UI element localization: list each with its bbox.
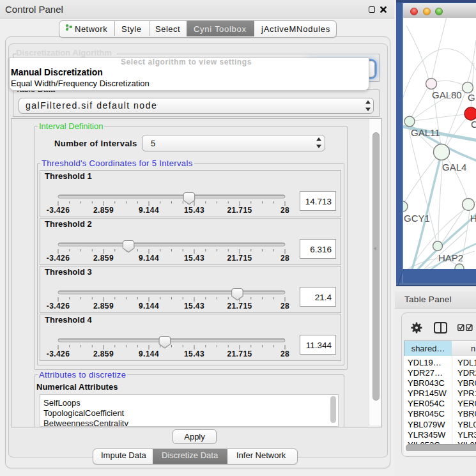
svg-text:15.43: 15.43 bbox=[184, 206, 204, 215]
svg-text:21.715: 21.715 bbox=[227, 206, 252, 215]
svg-text:28: 28 bbox=[280, 206, 289, 215]
svg-text:21.715: 21.715 bbox=[227, 349, 252, 358]
svg-text:2.859: 2.859 bbox=[93, 206, 114, 215]
svg-text:2.859: 2.859 bbox=[93, 349, 114, 358]
svg-text:9.144: 9.144 bbox=[139, 206, 159, 215]
svg-text:-3.426: -3.426 bbox=[47, 254, 70, 263]
svg-text:-3.426: -3.426 bbox=[47, 349, 70, 358]
svg-text:15.43: 15.43 bbox=[184, 349, 204, 358]
svg-text:9.144: 9.144 bbox=[139, 302, 159, 311]
svg-text:-3.426: -3.426 bbox=[47, 302, 70, 311]
svg-text:15.43: 15.43 bbox=[184, 302, 204, 311]
svg-text:2.859: 2.859 bbox=[93, 302, 114, 311]
svg-text:-3.426: -3.426 bbox=[47, 206, 70, 215]
svg-text:9.144: 9.144 bbox=[139, 349, 159, 358]
svg-text:15.43: 15.43 bbox=[184, 254, 204, 263]
svg-text:2.859: 2.859 bbox=[93, 254, 114, 263]
svg-text:21.715: 21.715 bbox=[227, 254, 252, 263]
svg-text:21.715: 21.715 bbox=[227, 302, 252, 311]
svg-text:28: 28 bbox=[280, 349, 289, 358]
svg-text:28: 28 bbox=[280, 254, 289, 263]
svg-text:9.144: 9.144 bbox=[139, 254, 159, 263]
svg-text:28: 28 bbox=[280, 302, 289, 311]
